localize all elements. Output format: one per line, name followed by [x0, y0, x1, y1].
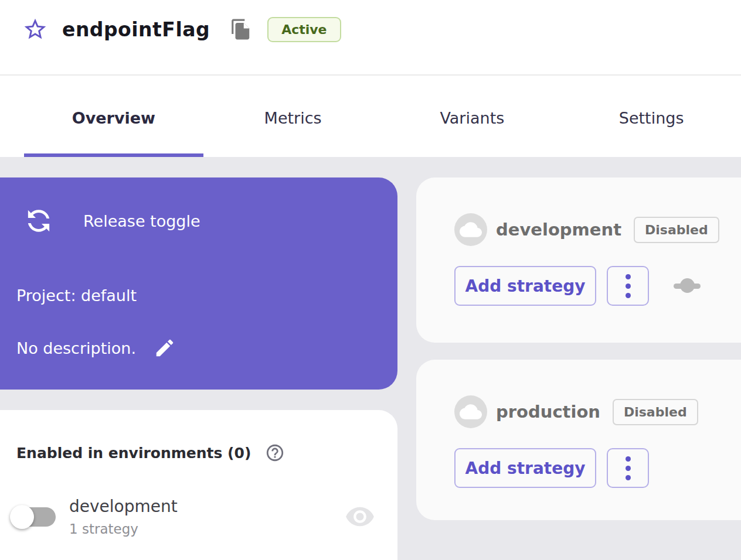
environment-card-title: production — [496, 402, 600, 422]
environment-toggle[interactable] — [12, 507, 56, 527]
favorite-star-icon[interactable] — [22, 16, 48, 42]
environment-strategy-count: 1 strategy — [69, 521, 178, 537]
add-strategy-button[interactable]: Add strategy — [454, 266, 596, 306]
project-label: Project: default — [16, 286, 137, 305]
toggle-type-row: Release toggle — [22, 204, 200, 237]
tab-overview[interactable]: Overview — [24, 76, 203, 157]
environment-card-title: development — [496, 220, 621, 240]
environment-avatar — [454, 395, 487, 428]
environment-card-development: development Disabled Add strategy — [416, 177, 741, 343]
visibility-eye-icon[interactable] — [345, 501, 375, 532]
kebab-dot — [626, 274, 631, 279]
environment-card-header: production Disabled — [454, 395, 698, 428]
tab-overview-label: Overview — [72, 109, 155, 127]
tab-variants-label: Variants — [440, 109, 504, 127]
disabled-switch-icon[interactable] — [674, 278, 701, 293]
enabled-environments-heading: Enabled in environments (0) — [16, 445, 251, 462]
tab-settings-label: Settings — [619, 109, 684, 127]
release-toggle-loop-icon — [15, 197, 62, 244]
cloud-icon — [460, 401, 482, 423]
environment-card-header: development Disabled — [454, 213, 719, 246]
kebab-dot — [626, 466, 631, 471]
tab-settings[interactable]: Settings — [562, 76, 741, 157]
help-icon[interactable] — [265, 443, 285, 463]
status-badge: Active — [267, 17, 341, 42]
tab-metrics-label: Metrics — [264, 109, 322, 127]
toggle-thumb — [10, 505, 34, 529]
enabled-environments-panel: Enabled in environments (0) development … — [0, 410, 397, 560]
header-row: endpointFlag Active — [0, 0, 741, 59]
slider-knob — [680, 278, 695, 293]
environment-status-chip: Disabled — [634, 217, 719, 243]
environment-menu-button[interactable] — [607, 448, 649, 488]
environment-row: development 1 strategy — [0, 497, 397, 537]
environment-name: development — [69, 497, 178, 516]
enabled-environments-header: Enabled in environments (0) — [16, 443, 285, 463]
kebab-dot — [626, 456, 631, 462]
tab-bar: Overview Metrics Variants Settings — [0, 76, 741, 157]
environment-texts: development 1 strategy — [69, 497, 178, 537]
environment-status-chip: Disabled — [613, 399, 698, 425]
overview-content: Release toggle Project: default No descr… — [0, 157, 741, 560]
kebab-dot — [626, 293, 631, 298]
feature-flag-page: endpointFlag Active Overview Metrics Var… — [0, 0, 741, 560]
environment-menu-button[interactable] — [607, 266, 649, 306]
kebab-dot — [626, 284, 631, 289]
header: endpointFlag Active — [0, 0, 741, 76]
copy-icon[interactable] — [230, 18, 252, 40]
cloud-icon — [460, 218, 482, 241]
toggle-type-card: Release toggle Project: default No descr… — [0, 177, 397, 390]
kebab-dot — [626, 475, 631, 480]
description-row: No description. — [16, 337, 176, 359]
environment-card-production: production Disabled Add strategy — [416, 360, 741, 520]
environment-card-actions: Add strategy — [454, 266, 701, 306]
edit-description-icon[interactable] — [154, 337, 176, 359]
add-strategy-button[interactable]: Add strategy — [454, 448, 596, 488]
tab-metrics[interactable]: Metrics — [203, 76, 383, 157]
description-label: No description. — [16, 339, 136, 357]
toggle-type-label: Release toggle — [83, 212, 200, 230]
environment-card-actions: Add strategy — [454, 448, 649, 488]
tab-variants[interactable]: Variants — [383, 76, 562, 157]
environment-avatar — [454, 213, 487, 246]
page-title: endpointFlag — [62, 18, 210, 41]
